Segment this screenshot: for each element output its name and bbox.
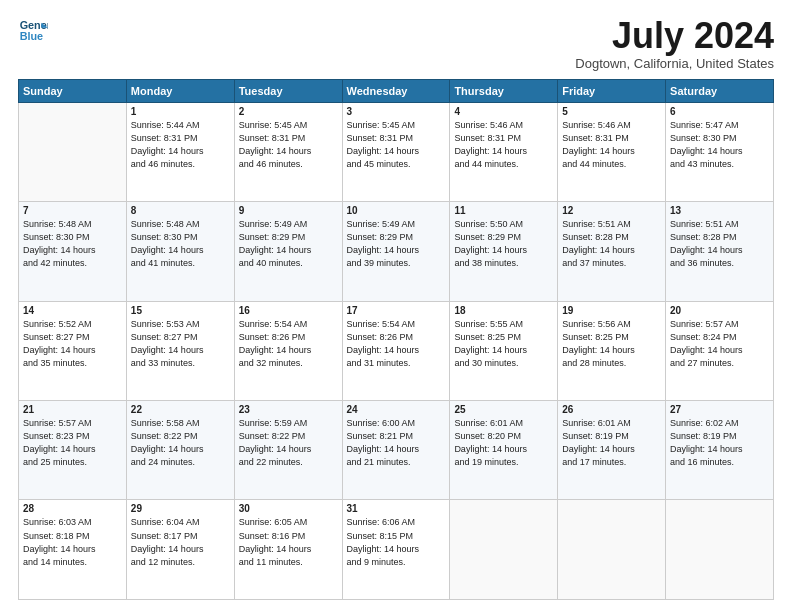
day-cell: 15Sunrise: 5:53 AMSunset: 8:27 PMDayligh… — [126, 301, 234, 400]
day-info: Sunrise: 5:47 AMSunset: 8:30 PMDaylight:… — [670, 119, 769, 171]
day-cell: 16Sunrise: 5:54 AMSunset: 8:26 PMDayligh… — [234, 301, 342, 400]
day-number: 22 — [131, 404, 230, 415]
day-cell — [19, 102, 127, 201]
weekday-header-sunday: Sunday — [19, 79, 127, 102]
day-cell: 11Sunrise: 5:50 AMSunset: 8:29 PMDayligh… — [450, 202, 558, 301]
week-row-3: 14Sunrise: 5:52 AMSunset: 8:27 PMDayligh… — [19, 301, 774, 400]
day-cell: 8Sunrise: 5:48 AMSunset: 8:30 PMDaylight… — [126, 202, 234, 301]
day-info: Sunrise: 5:56 AMSunset: 8:25 PMDaylight:… — [562, 318, 661, 370]
day-info: Sunrise: 5:57 AMSunset: 8:23 PMDaylight:… — [23, 417, 122, 469]
day-number: 28 — [23, 503, 122, 514]
day-cell: 22Sunrise: 5:58 AMSunset: 8:22 PMDayligh… — [126, 401, 234, 500]
day-info: Sunrise: 6:05 AMSunset: 8:16 PMDaylight:… — [239, 516, 338, 568]
day-cell: 10Sunrise: 5:49 AMSunset: 8:29 PMDayligh… — [342, 202, 450, 301]
weekday-header-monday: Monday — [126, 79, 234, 102]
day-info: Sunrise: 5:51 AMSunset: 8:28 PMDaylight:… — [562, 218, 661, 270]
day-info: Sunrise: 5:54 AMSunset: 8:26 PMDaylight:… — [239, 318, 338, 370]
day-cell — [558, 500, 666, 600]
day-info: Sunrise: 5:57 AMSunset: 8:24 PMDaylight:… — [670, 318, 769, 370]
day-number: 18 — [454, 305, 553, 316]
day-info: Sunrise: 5:55 AMSunset: 8:25 PMDaylight:… — [454, 318, 553, 370]
day-info: Sunrise: 5:45 AMSunset: 8:31 PMDaylight:… — [347, 119, 446, 171]
weekday-header-saturday: Saturday — [666, 79, 774, 102]
day-info: Sunrise: 5:52 AMSunset: 8:27 PMDaylight:… — [23, 318, 122, 370]
day-cell: 7Sunrise: 5:48 AMSunset: 8:30 PMDaylight… — [19, 202, 127, 301]
day-number: 5 — [562, 106, 661, 117]
week-row-1: 1Sunrise: 5:44 AMSunset: 8:31 PMDaylight… — [19, 102, 774, 201]
day-cell: 14Sunrise: 5:52 AMSunset: 8:27 PMDayligh… — [19, 301, 127, 400]
calendar-page: General Blue July 2024 Dogtown, Californ… — [0, 0, 792, 612]
day-info: Sunrise: 6:01 AMSunset: 8:19 PMDaylight:… — [562, 417, 661, 469]
day-cell: 20Sunrise: 5:57 AMSunset: 8:24 PMDayligh… — [666, 301, 774, 400]
day-number: 31 — [347, 503, 446, 514]
day-cell: 21Sunrise: 5:57 AMSunset: 8:23 PMDayligh… — [19, 401, 127, 500]
day-number: 23 — [239, 404, 338, 415]
day-cell: 12Sunrise: 5:51 AMSunset: 8:28 PMDayligh… — [558, 202, 666, 301]
day-info: Sunrise: 6:02 AMSunset: 8:19 PMDaylight:… — [670, 417, 769, 469]
logo-icon: General Blue — [18, 16, 48, 46]
day-cell — [666, 500, 774, 600]
day-cell: 9Sunrise: 5:49 AMSunset: 8:29 PMDaylight… — [234, 202, 342, 301]
day-cell: 23Sunrise: 5:59 AMSunset: 8:22 PMDayligh… — [234, 401, 342, 500]
day-cell: 4Sunrise: 5:46 AMSunset: 8:31 PMDaylight… — [450, 102, 558, 201]
day-info: Sunrise: 6:00 AMSunset: 8:21 PMDaylight:… — [347, 417, 446, 469]
week-row-5: 28Sunrise: 6:03 AMSunset: 8:18 PMDayligh… — [19, 500, 774, 600]
day-number: 15 — [131, 305, 230, 316]
day-cell — [450, 500, 558, 600]
day-number: 21 — [23, 404, 122, 415]
day-cell: 6Sunrise: 5:47 AMSunset: 8:30 PMDaylight… — [666, 102, 774, 201]
day-info: Sunrise: 5:59 AMSunset: 8:22 PMDaylight:… — [239, 417, 338, 469]
day-number: 9 — [239, 205, 338, 216]
day-info: Sunrise: 5:48 AMSunset: 8:30 PMDaylight:… — [23, 218, 122, 270]
day-number: 16 — [239, 305, 338, 316]
day-cell: 31Sunrise: 6:06 AMSunset: 8:15 PMDayligh… — [342, 500, 450, 600]
weekday-header-friday: Friday — [558, 79, 666, 102]
weekday-header-thursday: Thursday — [450, 79, 558, 102]
month-title: July 2024 — [575, 16, 774, 56]
logo: General Blue — [18, 16, 48, 46]
day-info: Sunrise: 5:51 AMSunset: 8:28 PMDaylight:… — [670, 218, 769, 270]
svg-text:Blue: Blue — [20, 30, 43, 42]
day-number: 1 — [131, 106, 230, 117]
day-info: Sunrise: 5:48 AMSunset: 8:30 PMDaylight:… — [131, 218, 230, 270]
day-number: 8 — [131, 205, 230, 216]
day-info: Sunrise: 5:53 AMSunset: 8:27 PMDaylight:… — [131, 318, 230, 370]
day-cell: 28Sunrise: 6:03 AMSunset: 8:18 PMDayligh… — [19, 500, 127, 600]
day-number: 12 — [562, 205, 661, 216]
day-info: Sunrise: 5:49 AMSunset: 8:29 PMDaylight:… — [347, 218, 446, 270]
day-number: 26 — [562, 404, 661, 415]
day-number: 30 — [239, 503, 338, 514]
weekday-header-row: SundayMondayTuesdayWednesdayThursdayFrid… — [19, 79, 774, 102]
header: General Blue July 2024 Dogtown, Californ… — [18, 16, 774, 71]
day-number: 25 — [454, 404, 553, 415]
day-number: 2 — [239, 106, 338, 117]
day-info: Sunrise: 5:45 AMSunset: 8:31 PMDaylight:… — [239, 119, 338, 171]
day-number: 27 — [670, 404, 769, 415]
day-number: 6 — [670, 106, 769, 117]
day-number: 13 — [670, 205, 769, 216]
day-info: Sunrise: 5:44 AMSunset: 8:31 PMDaylight:… — [131, 119, 230, 171]
day-number: 19 — [562, 305, 661, 316]
day-number: 10 — [347, 205, 446, 216]
day-info: Sunrise: 6:04 AMSunset: 8:17 PMDaylight:… — [131, 516, 230, 568]
title-block: July 2024 Dogtown, California, United St… — [575, 16, 774, 71]
day-cell: 25Sunrise: 6:01 AMSunset: 8:20 PMDayligh… — [450, 401, 558, 500]
day-cell: 26Sunrise: 6:01 AMSunset: 8:19 PMDayligh… — [558, 401, 666, 500]
day-number: 24 — [347, 404, 446, 415]
day-cell: 30Sunrise: 6:05 AMSunset: 8:16 PMDayligh… — [234, 500, 342, 600]
day-number: 3 — [347, 106, 446, 117]
day-info: Sunrise: 6:06 AMSunset: 8:15 PMDaylight:… — [347, 516, 446, 568]
day-info: Sunrise: 6:03 AMSunset: 8:18 PMDaylight:… — [23, 516, 122, 568]
day-cell: 27Sunrise: 6:02 AMSunset: 8:19 PMDayligh… — [666, 401, 774, 500]
day-cell: 1Sunrise: 5:44 AMSunset: 8:31 PMDaylight… — [126, 102, 234, 201]
day-cell: 17Sunrise: 5:54 AMSunset: 8:26 PMDayligh… — [342, 301, 450, 400]
day-info: Sunrise: 5:49 AMSunset: 8:29 PMDaylight:… — [239, 218, 338, 270]
day-number: 20 — [670, 305, 769, 316]
day-cell: 2Sunrise: 5:45 AMSunset: 8:31 PMDaylight… — [234, 102, 342, 201]
weekday-header-tuesday: Tuesday — [234, 79, 342, 102]
weekday-header-wednesday: Wednesday — [342, 79, 450, 102]
day-cell: 3Sunrise: 5:45 AMSunset: 8:31 PMDaylight… — [342, 102, 450, 201]
day-info: Sunrise: 5:46 AMSunset: 8:31 PMDaylight:… — [454, 119, 553, 171]
day-cell: 29Sunrise: 6:04 AMSunset: 8:17 PMDayligh… — [126, 500, 234, 600]
day-cell: 19Sunrise: 5:56 AMSunset: 8:25 PMDayligh… — [558, 301, 666, 400]
